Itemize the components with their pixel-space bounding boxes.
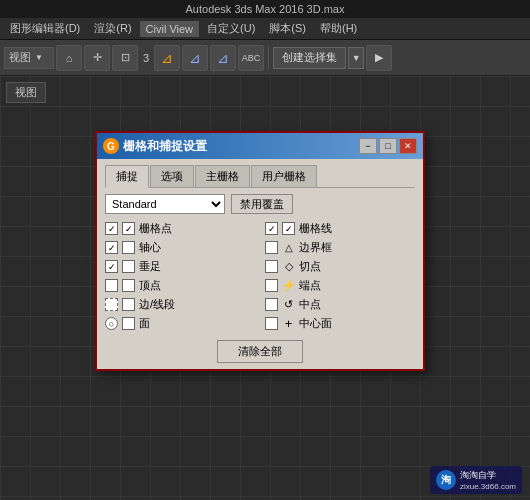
menu-graph-editor[interactable]: 图形编辑器(D) [4,19,86,38]
snap-label-grid-point: 栅格点 [139,221,172,236]
toolbar-move-btn[interactable]: ✛ [84,45,110,71]
snap-check1-edge[interactable] [105,298,118,311]
snap-label-pivot: 轴心 [139,240,161,255]
toolbar-snap2-btn[interactable]: ⊿ [182,45,208,71]
tab-main-grid[interactable]: 主栅格 [195,165,250,187]
snap-check1-face[interactable]: ○ [105,317,118,330]
snap-label-perp: 垂足 [139,259,161,274]
snap-label-midpoint: 中点 [299,297,321,312]
menu-help[interactable]: 帮助(H) [314,19,363,38]
dropdown-row: Standard 禁用覆盖 [105,194,415,214]
snap-label-edge: 边/线段 [139,297,175,312]
toolbar: 视图 ▼ ⌂ ✛ ⊡ 3 ⊿ ⊿ ⊿ ABC 创建选择集 ▼ ▶ [0,40,530,76]
snap-icon-bbox: △ [282,241,295,254]
snap-item-tangent: ◇ 切点 [265,258,415,275]
coverage-btn[interactable]: 禁用覆盖 [231,194,293,214]
dialog-minimize-btn[interactable]: − [359,138,377,154]
snap-check2-grid-point[interactable] [122,222,135,235]
grid-snap-dialog: G 栅格和捕捉设置 − □ ✕ 捕捉 选项 主栅格 用户栅格 Standard [95,131,425,371]
dialog-tabs: 捕捉 选项 主栅格 用户栅格 [105,165,415,188]
snap-check1-grid-line[interactable] [265,222,278,235]
toolbar-text-btn[interactable]: ABC [238,45,264,71]
toolbar-copy-btn[interactable]: ⊡ [112,45,138,71]
toolbar-navigate-btn[interactable]: ⌂ [56,45,82,71]
snap-item-midpoint: ↺ 中点 [265,296,415,313]
tab-snap[interactable]: 捕捉 [105,165,149,188]
snap-item-vertex: 顶点 [105,277,255,294]
snap-check2-grid-line[interactable] [282,222,295,235]
dialog-title-text: 栅格和捕捉设置 [123,138,207,155]
snap-item-perp: 垂足 [105,258,255,275]
title-bar: Autodesk 3ds Max 2016 3D.max [0,0,530,18]
snap-icon-center-face: + [282,317,295,330]
snap-grid: 栅格点 栅格线 轴心 △ 边界框 [105,220,415,332]
viewport-label: 视图 [6,82,46,103]
snap-item-bbox: △ 边界框 [265,239,415,256]
snap-check1-center-face[interactable] [265,317,278,330]
snap-item-center-face: + 中心面 [265,315,415,332]
snap-label-bbox: 边界框 [299,240,332,255]
menu-customize[interactable]: 自定义(U) [201,19,261,38]
snap-icon-tangent: ◇ [282,260,295,273]
create-selection-dropdown[interactable]: ▼ [348,47,364,69]
snap-check1-midpoint[interactable] [265,298,278,311]
menu-script[interactable]: 脚本(S) [263,19,312,38]
toolbar-extra-btn[interactable]: ▶ [366,45,392,71]
snap-label-vertex: 顶点 [139,278,161,293]
dialog-content: 捕捉 选项 主栅格 用户栅格 Standard 禁用覆盖 栅格点 [97,159,423,369]
viewport-dropdown-arrow: ▼ [35,53,43,62]
snap-item-face: ○ 面 [105,315,255,332]
dialog-maximize-btn[interactable]: □ [379,138,397,154]
tab-options[interactable]: 选项 [150,165,194,187]
menu-bar: 图形编辑器(D) 渲染(R) Civil View 自定义(U) 脚本(S) 帮… [0,18,530,40]
toolbar-number: 3 [140,52,152,64]
snap-check1-perp[interactable] [105,260,118,273]
snap-check2-edge[interactable] [122,298,135,311]
tab-user-grid[interactable]: 用户栅格 [251,165,317,187]
snap-check2-vertex[interactable] [122,279,135,292]
snap-check1-endpoint[interactable] [265,279,278,292]
dialog-titlebar: G 栅格和捕捉设置 − □ ✕ [97,133,423,159]
snap-item-grid-point: 栅格点 [105,220,255,237]
toolbar-snap3-btn[interactable]: ⊿ [210,45,236,71]
dialog-close-btn[interactable]: ✕ [399,138,417,154]
snap-item-grid-line: 栅格线 [265,220,415,237]
snap-check1-pivot[interactable] [105,241,118,254]
snap-item-pivot: 轴心 [105,239,255,256]
snap-label-grid-line: 栅格线 [299,221,332,236]
viewport-area[interactable]: 视图 G 栅格和捕捉设置 − □ ✕ 捕捉 选项 主栅格 用户栅格 [0,76,530,500]
snap-check1-grid-point[interactable] [105,222,118,235]
snap-icon-endpoint: ⚡ [282,279,295,292]
dialog-title-left: G 栅格和捕捉设置 [103,138,207,155]
snap-label-center-face: 中心面 [299,316,332,331]
snap-item-edge: 边/线段 [105,296,255,313]
snap-check2-perp[interactable] [122,260,135,273]
toolbar-sep [268,46,269,70]
clear-all-btn[interactable]: 清除全部 [217,340,303,363]
viewport-dropdown[interactable]: 视图 ▼ [4,47,54,69]
clear-btn-row: 清除全部 [105,340,415,363]
watermark: 淘 淘淘自学 zixue.3d66.com [430,466,522,494]
standard-select[interactable]: Standard [105,194,225,214]
snap-item-endpoint: ⚡ 端点 [265,277,415,294]
title-text: Autodesk 3ds Max 2016 3D.max [186,3,345,15]
dialog-icon: G [103,138,119,154]
toolbar-snap1-btn[interactable]: ⊿ [154,45,180,71]
snap-label-tangent: 切点 [299,259,321,274]
snap-icon-midpoint: ↺ [282,298,295,311]
watermark-text: 淘淘自学 zixue.3d66.com [460,469,516,491]
dialog-controls: − □ ✕ [359,138,417,154]
snap-check1-bbox[interactable] [265,241,278,254]
snap-label-endpoint: 端点 [299,278,321,293]
snap-check2-pivot[interactable] [122,241,135,254]
snap-label-face: 面 [139,316,150,331]
create-selection-btn[interactable]: 创建选择集 [273,47,346,69]
snap-check2-face[interactable] [122,317,135,330]
menu-render[interactable]: 渲染(R) [88,19,137,38]
snap-check1-tangent[interactable] [265,260,278,273]
watermark-logo: 淘 [436,470,456,490]
snap-check1-vertex[interactable] [105,279,118,292]
menu-civil-view[interactable]: Civil View [140,21,199,37]
